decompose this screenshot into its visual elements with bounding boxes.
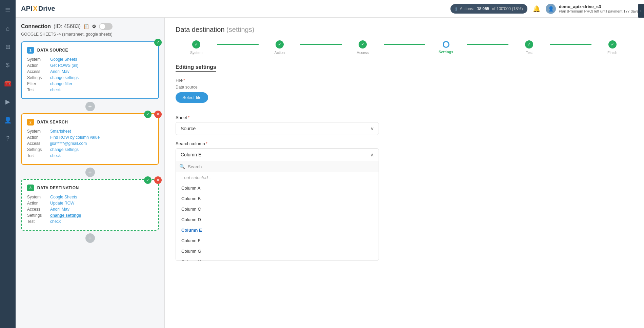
card-value-action-search[interactable]: Find ROW by column value xyxy=(50,135,100,140)
card-value-test-dest[interactable]: check xyxy=(50,219,61,224)
search-column-group: Search column* Column E ∧ 🔍 - not select… xyxy=(176,141,633,261)
card-number-destination: 3 xyxy=(27,185,34,191)
user-plan: Plan |Premium PRO| left until payment 17… xyxy=(559,9,639,13)
card-value-action-source[interactable]: Get ROWS (all) xyxy=(50,63,78,68)
page-title: Data destination (settings) xyxy=(176,26,633,34)
chevron-down-icon: ∨ xyxy=(370,126,374,131)
connection-header: Connection (ID: 45683) 📋 ⚙ xyxy=(21,23,159,30)
step-label-finish: Finish xyxy=(607,51,617,55)
card-delete-search[interactable]: ✕ xyxy=(154,111,162,118)
step-label-access: Access xyxy=(357,51,369,55)
dropdown-option-column-f[interactable]: Column F xyxy=(176,235,379,246)
sidebar: ☰ ⌂ ⊞ $ 🧰 ▶ 👤 ? xyxy=(0,0,16,328)
add-between-1-2-button[interactable]: + xyxy=(85,102,95,111)
card-delete-destination[interactable]: ✕ xyxy=(154,176,162,184)
dropdown-list: - not selected - Column A Column B Colum… xyxy=(176,172,379,261)
connection-toggle[interactable] xyxy=(99,23,113,30)
add-after-3-button[interactable]: + xyxy=(85,233,95,243)
sidebar-menu-icon[interactable]: ☰ xyxy=(2,4,14,16)
card-value-test-source[interactable]: check xyxy=(50,88,61,92)
steps-progress: ✓ System ✓ Action ✓ Access Settings xyxy=(176,40,633,55)
card-row-test-search: Test check xyxy=(27,153,153,158)
step-line-4 xyxy=(467,44,508,45)
sidebar-finance-icon[interactable]: $ xyxy=(2,59,14,71)
select-file-button[interactable]: Select file xyxy=(176,92,208,103)
right-panel: Data destination (settings) ✓ System ✓ A… xyxy=(165,18,644,328)
collapse-button[interactable]: › xyxy=(638,4,644,18)
card-value-access-search[interactable]: jjsa*****@gmail.com xyxy=(50,141,87,146)
sidebar-user-icon[interactable]: 👤 xyxy=(2,114,14,126)
left-panel: Connection (ID: 45683) 📋 ⚙ GOOGLE SHEETS… xyxy=(16,18,165,328)
step-label-test: Test xyxy=(526,51,532,55)
step-circle-settings xyxy=(443,41,449,48)
add-between-2-3-button[interactable]: + xyxy=(85,168,95,177)
sheet-required: * xyxy=(188,115,189,120)
user-name: demo_apix-drive_s3 xyxy=(559,4,639,9)
card-value-settings-dest[interactable]: change settings xyxy=(50,213,81,218)
dropdown-option-column-g[interactable]: Column G xyxy=(176,246,379,256)
chevron-up-icon: ∧ xyxy=(370,152,374,157)
card-row-access-search: Access jjsa*****@gmail.com xyxy=(27,141,153,146)
dropdown-option-column-b[interactable]: Column B xyxy=(176,193,379,204)
step-access: ✓ Access xyxy=(342,40,384,55)
dropdown-option-column-a[interactable]: Column A xyxy=(176,183,379,193)
card-value-filter-source[interactable]: change filter xyxy=(50,81,72,86)
sidebar-briefcase-icon[interactable]: 🧰 xyxy=(2,77,14,90)
card-data-source: ✓ 1 DATA SOURCE System Google Sheets Act… xyxy=(21,41,159,99)
info-icon: ℹ xyxy=(455,6,457,12)
main-content: APIXDrive ℹ Actions: 18'055 of 100'000 (… xyxy=(16,0,644,328)
card-check-search: ✓ xyxy=(144,111,152,118)
step-action: ✓ Action xyxy=(259,40,300,55)
card-value-test-search[interactable]: check xyxy=(50,153,61,158)
step-circle-test: ✓ xyxy=(525,40,533,49)
step-label-action: Action xyxy=(275,51,285,55)
card-value-action-dest[interactable]: Update ROW xyxy=(50,201,74,206)
card-value-settings-source[interactable]: change settings xyxy=(50,75,79,80)
sidebar-video-icon[interactable]: ▶ xyxy=(2,96,14,108)
step-circle-action: ✓ xyxy=(276,40,284,49)
data-source-label: Data source xyxy=(176,85,633,90)
file-label: File* xyxy=(176,78,633,83)
dropdown-option-column-d[interactable]: Column D xyxy=(176,214,379,225)
card-row-action-source: Action Get ROWS (all) xyxy=(27,63,153,68)
sheet-group: Sheet* Source ∨ xyxy=(176,115,633,135)
step-settings[interactable]: Settings xyxy=(425,41,467,54)
card-check-source: ✓ xyxy=(154,39,162,46)
user-avatar: 👤 xyxy=(546,4,556,14)
card-value-access-dest[interactable]: Andrii Mav xyxy=(50,207,69,212)
search-column-label: Search column* xyxy=(176,141,633,146)
card-title-search: 2 DATA SEARCH xyxy=(27,119,153,126)
card-title-destination: 3 DATA DESTINATION xyxy=(27,185,153,191)
dropdown-option-column-h[interactable]: Column H xyxy=(176,256,379,261)
card-row-action-dest: Action Update ROW xyxy=(27,201,153,206)
dropdown-header[interactable]: Column E ∧ xyxy=(176,149,379,161)
card-value-system-search[interactable]: Smartsheet xyxy=(50,129,71,134)
card-number-source: 1 xyxy=(27,47,34,54)
notifications-button[interactable]: 🔔 xyxy=(531,4,542,14)
card-check-destination: ✓ xyxy=(144,176,152,184)
dropdown-option-column-e[interactable]: Column E xyxy=(176,225,379,235)
card-row-system-search: System Smartsheet xyxy=(27,129,153,134)
logo-drive: Drive xyxy=(38,5,55,13)
step-circle-finish: ✓ xyxy=(608,40,617,49)
settings-icon[interactable]: ⚙ xyxy=(92,24,96,29)
sheet-dropdown[interactable]: Source ∨ xyxy=(176,122,379,135)
connection-id: (ID: 45683) xyxy=(54,23,81,30)
copy-icon[interactable]: 📋 xyxy=(83,24,89,29)
dropdown-option-column-c[interactable]: Column C xyxy=(176,204,379,214)
sidebar-home-icon[interactable]: ⌂ xyxy=(2,22,14,35)
card-row-access-dest: Access Andrii Mav xyxy=(27,207,153,212)
card-value-settings-search[interactable]: change settings xyxy=(50,147,79,152)
card-value-system-dest[interactable]: Google Sheets xyxy=(50,195,77,199)
dropdown-search-input[interactable] xyxy=(188,164,375,169)
search-column-dropdown[interactable]: Column E ∧ 🔍 - not selected - Column A C… xyxy=(176,148,379,261)
sidebar-help-icon[interactable]: ? xyxy=(2,132,14,144)
card-value-access-source[interactable]: Andrii Mav xyxy=(50,69,69,74)
sidebar-connections-icon[interactable]: ⊞ xyxy=(2,41,14,53)
dropdown-option-not-selected[interactable]: - not selected - xyxy=(176,172,379,183)
card-row-system-dest: System Google Sheets xyxy=(27,195,153,199)
navbar: APIXDrive ℹ Actions: 18'055 of 100'000 (… xyxy=(16,0,644,18)
sheet-value: Source xyxy=(181,126,196,131)
card-value-system-source[interactable]: Google Sheets xyxy=(50,57,77,62)
sheet-label: Sheet* xyxy=(176,115,633,120)
